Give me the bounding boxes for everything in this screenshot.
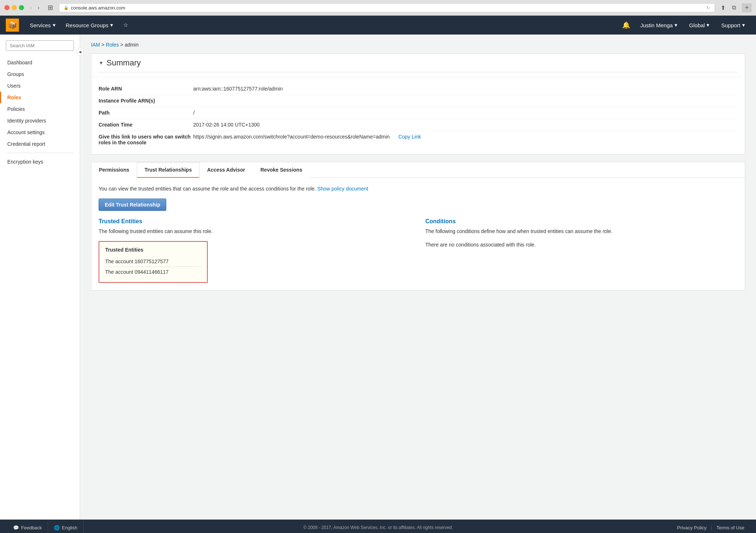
close-window-button[interactable] bbox=[4, 5, 9, 10]
sidebar-item-policies[interactable]: Policies bbox=[0, 103, 80, 115]
ssl-lock-icon: 🔒 bbox=[64, 5, 69, 10]
sidebar-item-account-settings[interactable]: Account settings bbox=[0, 127, 80, 138]
sidebar-divider bbox=[6, 153, 74, 153]
support-chevron-icon: ▾ bbox=[742, 22, 745, 28]
feedback-icon: 💬 bbox=[13, 525, 19, 530]
sidebar-item-encryption-keys[interactable]: Encryption keys bbox=[0, 156, 80, 168]
support-menu[interactable]: Support ▾ bbox=[716, 16, 750, 35]
tab-permissions[interactable]: Permissions bbox=[91, 162, 137, 178]
bookmarks-button[interactable]: ☆ bbox=[118, 16, 133, 35]
conditions-description: The following conditions define how and … bbox=[425, 228, 737, 235]
summary-table: Role ARN arn:aws:iam::160775127577:role/… bbox=[91, 77, 745, 154]
summary-label-creation-time: Creation Time bbox=[99, 122, 193, 128]
breadcrumb-sep-1: > bbox=[102, 42, 106, 48]
tabs-container: Permissions Trust Relationships Access A… bbox=[91, 162, 745, 290]
trust-description: You can view the trusted entities that c… bbox=[99, 185, 737, 193]
trust-columns: Trusted Entities The following trusted e… bbox=[99, 218, 737, 283]
sidebar-item-roles[interactable]: Roles bbox=[0, 92, 80, 103]
footer-copyright: © 2008 - 2017, Amazon Web Services, Inc.… bbox=[84, 525, 673, 530]
star-icon: ☆ bbox=[123, 22, 128, 28]
feedback-label: Feedback bbox=[21, 525, 42, 530]
sidebar-toggle-button[interactable]: ⊞ bbox=[45, 3, 55, 12]
resource-groups-chevron-icon: ▾ bbox=[110, 22, 113, 28]
summary-row-instance-profile: Instance Profile ARN(s) bbox=[99, 95, 737, 107]
summary-value-path: / bbox=[193, 110, 737, 116]
share-button[interactable]: ⬆ bbox=[719, 4, 728, 12]
conditions-title: Conditions bbox=[425, 218, 737, 225]
summary-row-switch-role: Give this link to users who can switch r… bbox=[99, 131, 737, 148]
refresh-button[interactable]: ↻ bbox=[706, 5, 710, 11]
sidebar-item-groups[interactable]: Groups bbox=[0, 68, 80, 80]
sidebar-collapse-button[interactable]: ◀ bbox=[76, 48, 84, 56]
trusted-entities-box: Trusted Entities The account 16077512757… bbox=[99, 241, 208, 283]
sidebar-nav: Dashboard Groups Users Roles Policies Id… bbox=[0, 57, 80, 168]
aws-top-nav: 📦 Services ▾ Resource Groups ▾ ☆ 🔔 Justi… bbox=[0, 16, 756, 35]
new-tab-button[interactable]: ⧉ bbox=[730, 4, 738, 12]
browser-window-controls bbox=[4, 5, 24, 10]
nav-right: 🔔 Justin Menga ▾ Global ▾ Support ▾ bbox=[618, 16, 750, 35]
switch-role-url: https://signin.aws.amazon.com/switchrole… bbox=[193, 134, 390, 140]
search-input[interactable] bbox=[6, 40, 74, 51]
privacy-policy-link[interactable]: Privacy Policy bbox=[673, 525, 711, 530]
browser-chrome: ‹ › ⊞ 🔒 console.aws.amazon.com ↻ ⬆ ⧉ + bbox=[0, 0, 756, 16]
tab-content-trust-relationships: You can view the trusted entities that c… bbox=[91, 178, 745, 290]
sidebar-item-users[interactable]: Users bbox=[0, 80, 80, 92]
notifications-icon[interactable]: 🔔 bbox=[618, 21, 634, 29]
aws-logo: 📦 bbox=[6, 19, 19, 32]
main-content: IAM > Roles > admin ▼ Summary Role ARN a… bbox=[80, 35, 756, 520]
add-tab-button[interactable]: + bbox=[742, 3, 752, 12]
resource-groups-menu[interactable]: Resource Groups ▾ bbox=[61, 16, 119, 35]
sidebar-item-dashboard[interactable]: Dashboard bbox=[0, 57, 80, 68]
url-bar[interactable]: 🔒 console.aws.amazon.com ↻ bbox=[59, 3, 715, 12]
tab-revoke-sessions[interactable]: Revoke Sessions bbox=[253, 162, 310, 178]
summary-section: ▼ Summary Role ARN arn:aws:iam::16077512… bbox=[91, 53, 745, 155]
summary-label-instance-profile: Instance Profile ARN(s) bbox=[99, 98, 193, 104]
language-selector[interactable]: 🌐 English bbox=[48, 520, 84, 533]
resource-groups-label: Resource Groups bbox=[66, 22, 109, 28]
summary-label-arn: Role ARN bbox=[99, 86, 193, 92]
region-menu[interactable]: Global ▾ bbox=[684, 16, 715, 35]
services-label: Services bbox=[30, 22, 51, 28]
summary-row-path: Path / bbox=[99, 107, 737, 119]
copy-link-button[interactable]: Copy Link bbox=[398, 134, 421, 140]
breadcrumb-current: admin bbox=[125, 42, 139, 48]
tab-trust-relationships[interactable]: Trust Relationships bbox=[137, 162, 199, 178]
language-label: English bbox=[62, 525, 77, 530]
summary-header-row: ▼ Summary bbox=[91, 54, 745, 77]
tabs-bar: Permissions Trust Relationships Access A… bbox=[91, 162, 745, 178]
edit-trust-relationship-button[interactable]: Edit Trust Relationship bbox=[99, 199, 166, 211]
terms-of-use-link[interactable]: Terms of Use bbox=[712, 525, 749, 530]
user-name: Justin Menga bbox=[640, 22, 673, 28]
region-chevron-icon: ▾ bbox=[707, 22, 709, 28]
trusted-entities-box-title: Trusted Entities bbox=[105, 247, 201, 253]
feedback-button[interactable]: 💬 Feedback bbox=[7, 520, 48, 533]
back-button[interactable]: ‹ bbox=[28, 4, 34, 12]
summary-row-creation-time: Creation Time 2017-02-26 14:00 UTC+1300 bbox=[99, 119, 737, 131]
minimize-window-button[interactable] bbox=[12, 5, 17, 10]
footer-right-links: Privacy Policy | Terms of Use bbox=[673, 525, 749, 530]
summary-toggle-icon[interactable]: ▼ bbox=[99, 60, 104, 66]
sidebar-item-identity-providers[interactable]: Identity providers bbox=[0, 115, 80, 127]
forward-button[interactable]: › bbox=[35, 4, 41, 12]
services-menu[interactable]: Services ▾ bbox=[25, 16, 61, 35]
sidebar-item-credential-report[interactable]: Credential report bbox=[0, 138, 80, 150]
user-menu[interactable]: Justin Menga ▾ bbox=[635, 16, 683, 35]
breadcrumb-iam[interactable]: IAM bbox=[91, 42, 100, 48]
tab-access-advisor[interactable]: Access Advisor bbox=[199, 162, 253, 178]
support-label: Support bbox=[721, 22, 740, 28]
maximize-window-button[interactable] bbox=[19, 5, 24, 10]
aws-logo-icon: 📦 bbox=[8, 21, 17, 29]
summary-row-arn: Role ARN arn:aws:iam::160775127577:role/… bbox=[99, 83, 737, 95]
trusted-entities-description: The following trusted entities can assum… bbox=[99, 228, 411, 235]
summary-label-path: Path bbox=[99, 110, 193, 116]
globe-icon: 🌐 bbox=[54, 525, 60, 530]
show-policy-document-link[interactable]: Show policy document bbox=[317, 186, 368, 192]
region-label: Global bbox=[689, 22, 705, 28]
main-layout: ◀ Dashboard Groups Users Roles Policies … bbox=[0, 35, 756, 520]
trusted-entity-item-1: The account 094411466117 bbox=[105, 267, 201, 277]
user-chevron-icon: ▾ bbox=[675, 22, 677, 28]
trusted-entities-column: Trusted Entities The following trusted e… bbox=[99, 218, 411, 283]
sidebar-search-container: ◀ bbox=[0, 40, 80, 57]
breadcrumb-roles[interactable]: Roles bbox=[106, 42, 119, 48]
footer-bar: 💬 Feedback 🌐 English © 2008 - 2017, Amaz… bbox=[0, 520, 756, 533]
